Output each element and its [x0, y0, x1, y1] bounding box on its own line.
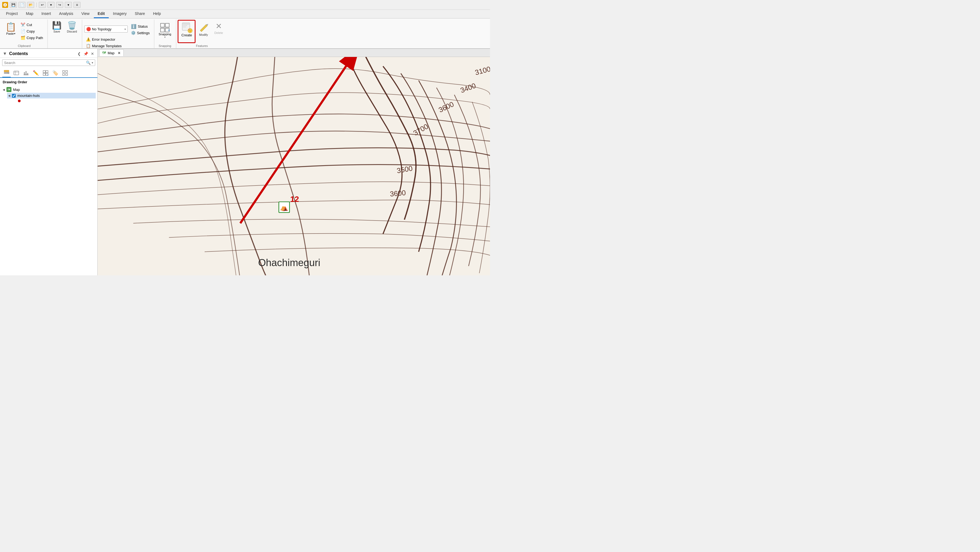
save-project-btn[interactable]: 💾 — [10, 2, 17, 8]
features-group: ✏️ Create Modify ✕ Delete — [177, 19, 228, 48]
delete-button[interactable]: ✕ Delete — [212, 21, 225, 42]
cut-icon: ✂️ — [21, 22, 25, 27]
tab-share[interactable]: Share — [131, 10, 149, 18]
save-icon: 💾 — [52, 22, 62, 29]
topology-dropdown[interactable]: 🔴 No Topology ▾ — [84, 25, 128, 33]
standalone-tables-btn[interactable] — [12, 68, 21, 77]
svg-rect-16 — [14, 71, 19, 75]
search-dropdown-arrow[interactable]: ▾ — [92, 61, 93, 65]
tab-edit[interactable]: Edit — [94, 10, 108, 18]
huts-layer-checkbox[interactable] — [12, 94, 16, 98]
modify-button[interactable]: Modify — [196, 21, 211, 42]
manage-templates-button[interactable]: 📋 Manage Templates — [84, 43, 151, 49]
svg-rect-28 — [63, 70, 65, 72]
snapping-settings-btn[interactable] — [61, 68, 69, 77]
svg-text:A: A — [4, 3, 6, 6]
discard-button[interactable]: 🗑️ Discard — [65, 21, 79, 42]
svg-rect-10 — [183, 23, 189, 25]
map-tab-label: Map — [108, 51, 115, 55]
edit-mode-btn[interactable]: ✏️ — [32, 68, 40, 77]
copy-path-button[interactable]: 🗂️ Copy Path — [19, 35, 45, 41]
topology-arrow[interactable]: ▾ — [124, 28, 126, 31]
tab-project[interactable]: Project — [2, 10, 22, 18]
svg-text:3600: 3600 — [390, 189, 406, 198]
contents-toolbar: ✏️ + 🏷️ — [0, 68, 97, 78]
layout-view-btn[interactable]: + — [41, 68, 50, 77]
status-icon: ℹ️ — [131, 24, 137, 29]
snapping-label: Snapping — [159, 33, 171, 36]
pin-btn[interactable]: 📌 — [83, 51, 89, 56]
tab-insert[interactable]: Insert — [38, 10, 55, 18]
layer-tree: ◀ 🗺 Map ◀ mountain-huts — [0, 86, 97, 102]
svg-rect-20 — [25, 71, 27, 75]
svg-rect-23 — [43, 70, 45, 73]
clipboard-group: 📋 Paste ▾ ✂️ Cut 📄 Copy 🗂️ Copy P — [2, 19, 48, 48]
create-label: Create — [181, 33, 192, 37]
features-label: Features — [178, 44, 225, 48]
redo-btn[interactable]: ↪ — [56, 2, 63, 8]
titlebar: A 💾 📄 📂 ↩ ▾ ↪ ▾ ≡ — [0, 0, 490, 10]
map-area: 🗺 Map ✕ — [98, 49, 490, 275]
paste-button[interactable]: 📋 Paste ▾ — [4, 21, 18, 37]
quick-access-btn[interactable]: ≡ — [73, 2, 81, 8]
status-settings-col: ℹ️ Status ⚙️ Settings — [129, 22, 151, 36]
map-layer-label: Map — [13, 87, 20, 92]
copy-label: Copy — [27, 29, 35, 33]
paste-dropdown-arrow[interactable]: ▾ — [14, 32, 16, 35]
locators-btn[interactable]: 🏷️ — [51, 68, 60, 77]
error-inspector-button[interactable]: ⚠️ Error Inspector — [84, 37, 151, 42]
huts-expand-arrow[interactable]: ◀ — [8, 94, 10, 97]
close-btn[interactable]: ✕ — [90, 51, 95, 56]
map-layer-item[interactable]: ◀ 🗺 Map — [2, 86, 96, 93]
save-group-content: 💾 Save 🗑️ Discard — [50, 19, 79, 47]
collapse-btn[interactable]: ❮ — [77, 51, 81, 56]
new-project-btn[interactable]: 📄 — [18, 2, 25, 8]
topology-label: No Topology — [92, 27, 123, 31]
charts-view-btn[interactable] — [22, 68, 30, 77]
layers-view-btn[interactable] — [2, 68, 11, 77]
redo-dropdown[interactable]: ▾ — [65, 2, 72, 8]
map-expand-arrow[interactable]: ◀ — [3, 88, 5, 91]
snapping-button[interactable]: + Snapping ▾ — [156, 22, 173, 40]
tab-help[interactable]: Help — [149, 10, 165, 18]
discard-icon: 🗑️ — [67, 22, 77, 29]
svg-rect-2 — [161, 23, 164, 27]
svg-rect-4 — [161, 28, 164, 32]
copy-button[interactable]: 📄 Copy — [19, 28, 45, 34]
search-input[interactable] — [4, 61, 85, 65]
undo-dropdown[interactable]: ▾ — [48, 2, 54, 8]
manage-templates-label: Manage Templates — [92, 44, 122, 48]
cut-button[interactable]: ✂️ Cut — [19, 22, 45, 28]
map-tab[interactable]: 🗺 Map ✕ — [99, 49, 124, 56]
create-icon-container: ✏️ — [181, 22, 192, 33]
error-inspector-icon: ⚠️ — [86, 37, 91, 41]
search-icon[interactable]: 🔍 — [86, 60, 91, 65]
tab-map[interactable]: Map — [22, 10, 37, 18]
svg-text:12: 12 — [290, 195, 299, 204]
status-button[interactable]: ℹ️ Status — [129, 23, 151, 29]
search-bar: 🔍 ▾ — [2, 59, 95, 66]
map-tab-close[interactable]: ✕ — [118, 51, 121, 55]
map-tab-icon: 🗺 — [102, 51, 106, 55]
delete-icon: ✕ — [216, 22, 222, 31]
svg-rect-31 — [65, 73, 67, 75]
tab-analysis[interactable]: Analysis — [55, 10, 77, 18]
paste-icon: 📋 — [5, 22, 16, 32]
tab-imagery[interactable]: Imagery — [109, 10, 131, 18]
contents-controls: ❮ 📌 ✕ — [77, 51, 95, 56]
svg-rect-3 — [165, 23, 169, 27]
topo-map-svg: 3100 3400 3600 3700 3500 3600 ⛺ 12 Ohach… — [98, 57, 490, 275]
filter-icon[interactable]: ▼ — [3, 51, 7, 56]
svg-rect-21 — [27, 73, 28, 75]
features-content: ✏️ Create Modify ✕ Delete — [178, 19, 225, 44]
save-button[interactable]: 💾 Save — [50, 21, 64, 42]
cut-label: Cut — [27, 23, 32, 27]
tab-view[interactable]: View — [78, 10, 93, 18]
clipboard-label: Clipboard — [4, 44, 45, 48]
create-button[interactable]: ✏️ Create — [178, 21, 195, 42]
settings-button[interactable]: ⚙️ Settings — [129, 30, 151, 36]
mountain-huts-layer-item[interactable]: ◀ mountain-huts — [7, 93, 96, 99]
snapping-dropdown-arrow[interactable]: ▾ — [164, 36, 166, 38]
open-project-btn[interactable]: 📂 — [27, 2, 34, 8]
undo-btn[interactable]: ↩ — [39, 2, 46, 8]
